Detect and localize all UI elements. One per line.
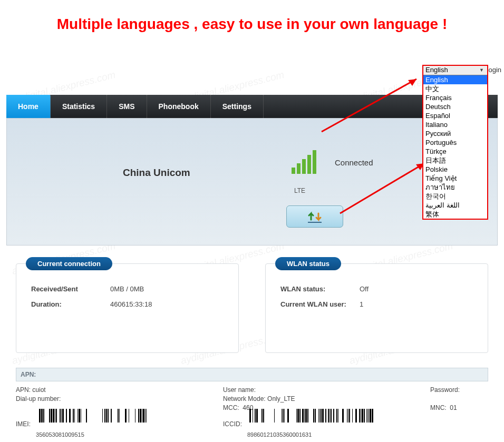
connection-status: Connected [335,158,373,167]
svg-rect-22 [81,409,81,423]
svg-rect-78 [361,409,361,423]
svg-rect-30 [119,409,120,423]
svg-rect-55 [304,409,305,423]
signal-bars-icon [292,150,316,174]
apn-col-mid: User name: Network Mode: Only_LTE MCC: 4… [223,386,430,439]
svg-rect-26 [106,409,107,423]
svg-rect-65 [328,409,329,423]
svg-rect-58 [313,409,314,423]
nav-item-home[interactable]: Home [6,95,51,118]
language-option[interactable]: Français [423,93,487,102]
imei-label: IMEI: [16,420,31,429]
language-option[interactable]: Polskie [423,165,487,174]
language-option[interactable]: 繁体 [423,210,487,219]
up-down-arrows-icon [306,209,324,224]
language-option[interactable]: 日本語 [423,156,487,165]
svg-rect-11 [55,409,55,423]
svg-rect-24 [102,409,103,423]
language-option[interactable]: 한국어 [423,192,487,201]
svg-rect-62 [321,409,322,423]
svg-rect-42 [255,409,256,423]
nav-item-phonebook[interactable]: Phonebook [147,95,211,118]
svg-rect-8 [49,409,50,423]
svg-rect-31 [125,409,127,423]
svg-rect-54 [302,409,304,423]
svg-rect-35 [140,409,141,423]
svg-rect-85 [372,409,373,423]
svg-rect-51 [296,409,297,423]
svg-rect-61 [319,409,320,423]
svg-rect-23 [86,409,87,423]
svg-rect-13 [60,409,61,423]
apn-section: APN: APN: cuiot Dial-up number: IMEI: 35… [16,368,488,439]
svg-rect-64 [325,409,326,423]
svg-rect-10 [53,409,54,423]
svg-rect-82 [367,409,368,423]
svg-rect-60 [318,409,319,423]
svg-rect-19 [74,409,75,423]
stat-value: 460615:33:18 [110,300,224,308]
svg-rect-77 [359,409,360,423]
svg-rect-72 [347,409,347,423]
svg-rect-39 [146,409,147,423]
language-option[interactable]: 中文 [423,84,487,93]
nav-item-statistics[interactable]: Statistics [51,95,107,118]
language-option[interactable]: Italiano [423,120,487,129]
apn-label: APN: [16,386,31,394]
barcode-icon [36,409,147,428]
language-option[interactable]: اللغة العربية [423,201,487,210]
mnc-value: 01 [450,404,457,411]
mnc-label: MNC: [430,404,447,411]
language-option[interactable]: Русский [423,129,487,138]
language-option[interactable]: Türkçe [423,147,487,156]
svg-rect-38 [145,409,146,423]
svg-rect-9 [51,409,52,423]
apn-col-right: Password: MNC: 01 [430,386,488,439]
svg-rect-84 [370,409,371,423]
svg-rect-12 [56,409,57,423]
svg-rect-53 [299,409,301,423]
language-option[interactable]: ภาษาไทย [423,183,487,192]
mode-label: Network Mode: [223,395,266,402]
language-option[interactable]: Português [423,138,487,147]
svg-rect-49 [284,409,285,423]
nav-item-settings[interactable]: Settings [211,95,264,118]
connect-toggle-button[interactable] [286,205,343,228]
svg-rect-68 [333,409,334,423]
stat-label: Duration: [31,300,110,308]
svg-rect-33 [135,409,135,423]
svg-marker-2 [408,79,416,86]
svg-rect-32 [129,409,129,423]
svg-rect-67 [331,409,332,423]
language-dropdown[interactable]: English English中文FrançaisDeutschEspañolI… [422,65,488,220]
svg-rect-70 [338,409,338,423]
svg-rect-66 [329,409,330,423]
stat-value: 1 [360,300,473,308]
svg-rect-34 [138,409,139,423]
svg-rect-15 [62,409,64,423]
svg-rect-57 [307,409,308,423]
wlan-status-panel: WLAN status WLAN status:Off Current WLAN… [265,263,488,353]
nav-item-sms[interactable]: SMS [107,95,147,118]
language-option[interactable]: English [423,75,487,84]
language-option[interactable]: Deutsch [423,102,487,111]
svg-rect-74 [349,409,350,423]
svg-rect-71 [342,409,344,423]
stat-label: Current WLAN user: [280,300,360,308]
svg-rect-29 [118,409,119,423]
password-label: Password: [430,386,488,395]
svg-rect-16 [66,409,67,423]
barcode-icon [247,409,374,428]
language-option[interactable]: Tiếng Việt [423,174,487,183]
language-select-current[interactable]: English [423,66,487,75]
language-option[interactable]: Español [423,111,487,120]
mode-value: Only_LTE [267,395,295,402]
headline: Multiple languages , easy to use in your… [0,0,504,59]
apn-col-left: APN: cuiot Dial-up number: IMEI: 3560530… [16,386,223,439]
svg-rect-75 [352,409,353,423]
svg-rect-56 [305,409,307,423]
mcc-label: MCC: [223,404,239,411]
user-label: User name: [223,386,256,394]
svg-rect-20 [77,409,78,423]
svg-rect-79 [362,409,363,423]
